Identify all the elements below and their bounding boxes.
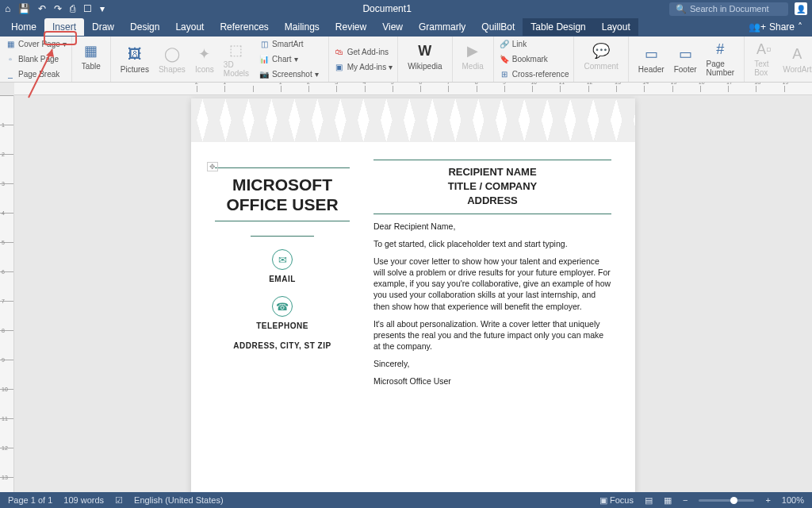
header-graphic bbox=[191, 98, 635, 142]
print-layout-view-icon[interactable]: ▤ bbox=[645, 495, 653, 506]
tab-mailings[interactable]: Mailings bbox=[277, 18, 327, 36]
share-button[interactable]: 👥+Share ˄ bbox=[742, 21, 809, 33]
page-icon: ▦ bbox=[5, 39, 16, 50]
paragraph-3[interactable]: It's all about personalization. Write a … bbox=[373, 318, 611, 352]
page-icon: ▫ bbox=[5, 54, 16, 65]
language[interactable]: English (United States) bbox=[134, 495, 224, 505]
wikipedia-button[interactable]: WWikipedia bbox=[403, 40, 446, 72]
closing[interactable]: Sincerely, bbox=[373, 358, 611, 369]
undo-icon[interactable]: ↶ bbox=[38, 3, 46, 14]
page-number-button[interactable]: #Page Number bbox=[702, 40, 740, 79]
tab-view[interactable]: View bbox=[374, 18, 411, 36]
group-links: 🔗Link 🔖Bookmark ⊞Cross-reference bbox=[494, 37, 575, 82]
my-addins-button[interactable]: ▣My Add-ins ▾ bbox=[332, 60, 394, 73]
cover-page-button[interactable]: ▦Cover Page ▾ bbox=[3, 38, 68, 51]
comment-icon: 💬 bbox=[592, 41, 611, 60]
focus-mode-button[interactable]: ▣ Focus bbox=[599, 495, 634, 506]
home-icon[interactable]: ⌂ bbox=[5, 3, 10, 14]
tab-review[interactable]: Review bbox=[327, 18, 374, 36]
wordart-button[interactable]: AWordArt bbox=[778, 40, 812, 79]
user-avatar-icon[interactable]: 👤 bbox=[795, 2, 807, 15]
get-addins-button[interactable]: 🛍Get Add-ins bbox=[332, 45, 394, 58]
title-bar: ⌂ 💾 ↶ ↷ ⎙ ☐ ▾ Document1 🔍Search in Docum… bbox=[0, 0, 812, 17]
group-table: ▦Table bbox=[72, 37, 111, 82]
tab-design[interactable]: Design bbox=[122, 18, 167, 36]
shapes-button[interactable]: ◯Shapes bbox=[154, 40, 190, 79]
signature[interactable]: Microsoft Office User bbox=[373, 375, 611, 387]
page-1[interactable]: ✥ MICROSOFTOFFICE USER ✉ EMAIL ☎ TELEPHO… bbox=[191, 98, 635, 492]
chevron-up-icon: ˄ bbox=[798, 21, 802, 33]
tab-draw[interactable]: Draw bbox=[84, 18, 122, 36]
link-button[interactable]: 🔗Link bbox=[497, 38, 571, 51]
zoom-level[interactable]: 100% bbox=[782, 495, 804, 505]
comment-button[interactable]: 💬Comment bbox=[579, 40, 622, 72]
group-text: A▫Text Box AWordArt A≡Drop Cap bbox=[745, 37, 812, 82]
address-label[interactable]: ADDRESS, CITY, ST ZIP bbox=[215, 341, 350, 350]
camera-icon: 📷 bbox=[259, 69, 270, 80]
recipient-block[interactable]: RECIPIENT NAMETITLE / COMPANYADDRESS bbox=[373, 165, 611, 209]
pictures-icon: 🖼 bbox=[125, 44, 144, 64]
cross-reference-button[interactable]: ⊞Cross-reference bbox=[497, 68, 571, 81]
zoom-slider[interactable] bbox=[699, 499, 754, 502]
page-count[interactable]: Page 1 of 1 bbox=[8, 495, 52, 505]
document-title: Document1 bbox=[105, 3, 669, 14]
tab-layout[interactable]: Layout bbox=[167, 18, 212, 36]
phone-icon: ☎ bbox=[272, 296, 293, 317]
paragraph-1[interactable]: To get started, click placeholder text a… bbox=[373, 238, 611, 249]
redo-icon[interactable]: ↷ bbox=[54, 3, 62, 14]
tab-home[interactable]: Home bbox=[3, 18, 44, 36]
email-icon: ✉ bbox=[272, 249, 293, 270]
paragraph-2[interactable]: Use your cover letter to show how your t… bbox=[373, 256, 611, 312]
telephone-label[interactable]: TELEPHONE bbox=[215, 321, 350, 330]
media-button[interactable]: ▶Media bbox=[458, 40, 488, 72]
pictures-button[interactable]: 🖼Pictures bbox=[116, 40, 154, 79]
print-icon[interactable]: ⎙ bbox=[70, 3, 75, 14]
header-button[interactable]: ▭Header bbox=[634, 40, 669, 79]
group-illustrations: 🖼Pictures ◯Shapes ✦Icons ⬚3D Models ◫Sma… bbox=[111, 37, 329, 82]
touch-mode-icon[interactable]: ☐ bbox=[83, 3, 92, 14]
group-addins: 🛍Get Add-ins ▣My Add-ins ▾ bbox=[329, 37, 398, 82]
tab-quillbot[interactable]: QuillBot bbox=[473, 18, 523, 36]
3d-models-button[interactable]: ⬚3D Models bbox=[219, 40, 254, 79]
tab-grammarly[interactable]: Grammarly bbox=[411, 18, 473, 36]
table-anchor-icon[interactable]: ✥ bbox=[207, 162, 218, 171]
vertical-ruler[interactable]: 12345678910111213 bbox=[0, 95, 14, 492]
group-header-footer: ▭Header ▭Footer #Page Number bbox=[629, 37, 745, 82]
email-label[interactable]: EMAIL bbox=[215, 275, 350, 283]
status-bar: Page 1 of 1 109 words ☑ English (United … bbox=[0, 492, 812, 508]
chart-button[interactable]: 📊Chart ▾ bbox=[257, 53, 320, 66]
greeting[interactable]: Dear Recipient Name, bbox=[373, 221, 611, 232]
save-icon[interactable]: 💾 bbox=[18, 3, 30, 14]
bookmark-button[interactable]: 🔖Bookmark bbox=[497, 53, 571, 66]
group-wikipedia: WWikipedia bbox=[398, 37, 452, 82]
screenshot-button[interactable]: 📷Screenshot ▾ bbox=[257, 68, 320, 81]
icons-icon: ✦ bbox=[195, 44, 214, 64]
footer-button[interactable]: ▭Footer bbox=[669, 40, 702, 79]
textbox-button[interactable]: A▫Text Box bbox=[749, 40, 778, 79]
blank-page-button[interactable]: ▫Blank Page bbox=[3, 53, 68, 66]
tab-insert[interactable]: Insert bbox=[44, 18, 84, 36]
store-icon: 🛍 bbox=[334, 46, 345, 57]
body-column[interactable]: RECIPIENT NAMETITLE / COMPANYADDRESS Dea… bbox=[373, 150, 611, 394]
smartart-button[interactable]: ◫SmartArt bbox=[257, 38, 320, 51]
zoom-in-icon[interactable]: + bbox=[765, 495, 770, 505]
tab-references[interactable]: References bbox=[212, 18, 276, 36]
icons-button[interactable]: ✦Icons bbox=[190, 40, 219, 79]
media-icon: ▶ bbox=[463, 41, 482, 60]
tab-layout-context[interactable]: Layout bbox=[594, 18, 638, 36]
zoom-out-icon[interactable]: − bbox=[683, 495, 688, 505]
word-count[interactable]: 109 words bbox=[63, 495, 104, 505]
web-layout-view-icon[interactable]: ▦ bbox=[664, 495, 672, 506]
horizontal-ruler[interactable]: 2112345678910111213141516171819 bbox=[14, 83, 812, 95]
crossref-icon: ⊞ bbox=[499, 69, 510, 80]
link-icon: 🔗 bbox=[499, 39, 510, 50]
sender-name[interactable]: MICROSOFTOFFICE USER bbox=[215, 175, 350, 214]
footer-icon: ▭ bbox=[676, 44, 695, 64]
tab-table-design[interactable]: Table Design bbox=[523, 18, 593, 36]
document-canvas[interactable]: ✥ MICROSOFTOFFICE USER ✉ EMAIL ☎ TELEPHO… bbox=[14, 95, 812, 492]
sender-column[interactable]: MICROSOFTOFFICE USER ✉ EMAIL ☎ TELEPHONE… bbox=[215, 150, 350, 394]
search-input[interactable]: 🔍Search in Document bbox=[669, 2, 788, 16]
page-break-button[interactable]: ⎯Page Break bbox=[3, 68, 68, 81]
spellcheck-icon[interactable]: ☑ bbox=[115, 495, 123, 506]
table-button[interactable]: ▦Table bbox=[77, 40, 105, 72]
